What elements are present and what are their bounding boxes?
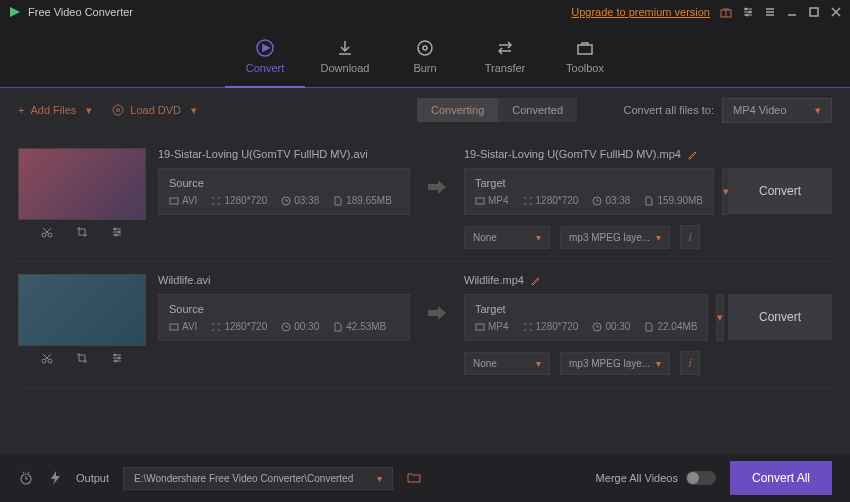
nav-label: Download [321, 62, 370, 74]
file-row: Wildlife.avi Source AVI 1280*720 00:30 4… [18, 262, 832, 388]
trim-icon[interactable] [41, 226, 53, 238]
effects-icon[interactable] [111, 226, 123, 238]
info-button[interactable]: i [680, 351, 700, 375]
svg-marker-17 [263, 45, 269, 51]
svg-point-51 [115, 360, 117, 362]
gift-icon[interactable] [720, 6, 732, 18]
source-filename: Wildlife.avi [158, 274, 410, 286]
chevron-down-icon: ▾ [377, 473, 382, 484]
nav-convert[interactable]: Convert [225, 24, 305, 87]
file-list: 19-Sistar-Loving U(GomTV FullHD MV).avi … [0, 132, 850, 392]
svg-marker-0 [10, 7, 20, 17]
source-filename: 19-Sistar-Loving U(GomTV FullHD MV).avi [158, 148, 410, 160]
settings-icon[interactable] [742, 6, 754, 18]
plus-icon: + [18, 104, 24, 116]
svg-point-35 [118, 231, 120, 233]
target-filename: Wildlife.mp4 [464, 274, 524, 286]
disc-icon [112, 104, 124, 116]
nav-label: Convert [246, 62, 285, 74]
svg-point-36 [115, 234, 117, 236]
output-label: Output [76, 472, 109, 484]
maximize-button[interactable] [808, 6, 820, 18]
svg-point-21 [423, 46, 427, 50]
svg-point-6 [745, 8, 747, 10]
toolbar: + Add Files ▾ Load DVD ▾ Converting Conv… [0, 88, 850, 132]
toolbox-icon [575, 38, 595, 58]
chevron-down-icon: ▾ [815, 104, 821, 117]
svg-marker-39 [428, 180, 446, 194]
tab-converting[interactable]: Converting [417, 98, 498, 122]
gpu-icon[interactable] [48, 470, 62, 486]
info-button[interactable]: i [680, 225, 700, 249]
app-logo-icon [8, 5, 22, 19]
svg-rect-13 [810, 8, 818, 16]
trim-icon[interactable] [41, 352, 53, 364]
arrow-icon [422, 274, 452, 320]
close-button[interactable] [830, 6, 842, 18]
audio-track-select[interactable]: mp3 MPEG laye...▾ [560, 352, 670, 375]
convert-button[interactable]: Convert [728, 294, 832, 340]
nav-burn[interactable]: Burn [385, 24, 465, 87]
target-info-card: Target MP4 1280*720 03:38 159.90MB [464, 168, 714, 215]
video-thumbnail[interactable] [18, 274, 146, 346]
output-path-select[interactable]: E:\Wondershare Free Video Converter\Conv… [123, 467, 393, 490]
crop-icon[interactable] [76, 226, 88, 238]
load-dvd-button[interactable]: Load DVD ▾ [112, 104, 197, 117]
add-files-button[interactable]: + Add Files ▾ [18, 104, 92, 117]
svg-point-34 [114, 228, 116, 230]
source-info-card: Source AVI 1280*720 00:30 42.53MB [158, 294, 410, 341]
arrow-icon [422, 148, 452, 194]
schedule-icon[interactable] [18, 470, 34, 486]
nav-label: Burn [413, 62, 436, 74]
svg-point-20 [418, 41, 432, 55]
svg-marker-58 [51, 471, 60, 485]
subtitle-select[interactable]: None▾ [464, 226, 550, 249]
menu-icon[interactable] [764, 6, 776, 18]
titlebar: Free Video Converter Upgrade to premium … [0, 0, 850, 24]
merge-toggle[interactable] [686, 471, 716, 485]
convert-button[interactable]: Convert [728, 168, 832, 214]
nav-toolbox[interactable]: Toolbox [545, 24, 625, 87]
nav-label: Toolbox [566, 62, 604, 74]
svg-marker-54 [428, 306, 446, 320]
open-folder-icon[interactable] [407, 472, 421, 484]
output-format-select[interactable]: MP4 Video ▾ [722, 98, 832, 123]
video-thumbnail[interactable] [18, 148, 146, 220]
svg-point-7 [749, 11, 751, 13]
nav-transfer[interactable]: Transfer [465, 24, 545, 87]
upgrade-link[interactable]: Upgrade to premium version [571, 6, 710, 18]
svg-rect-37 [170, 198, 178, 204]
svg-rect-24 [578, 45, 592, 54]
target-info-card: Target MP4 1280*720 00:30 22.04MB [464, 294, 708, 341]
svg-rect-52 [170, 324, 178, 330]
convert-all-button[interactable]: Convert All [730, 461, 832, 495]
svg-point-49 [114, 354, 116, 356]
merge-label: Merge All Videos [596, 472, 678, 484]
chevron-down-icon: ▾ [86, 104, 92, 117]
footer: Output E:\Wondershare Free Video Convert… [0, 454, 850, 502]
svg-rect-40 [476, 198, 484, 204]
target-filename: 19-Sistar-Loving U(GomTV FullHD MV).mp4 [464, 148, 681, 160]
svg-point-8 [746, 14, 748, 16]
audio-track-select[interactable]: mp3 MPEG laye...▾ [560, 226, 670, 249]
tab-converted[interactable]: Converted [498, 98, 577, 122]
svg-point-50 [118, 357, 120, 359]
nav-label: Transfer [485, 62, 526, 74]
convert-icon [255, 38, 275, 58]
svg-point-25 [113, 105, 123, 115]
effects-icon[interactable] [111, 352, 123, 364]
nav-download[interactable]: Download [305, 24, 385, 87]
status-tabs: Converting Converted [417, 98, 577, 122]
crop-icon[interactable] [76, 352, 88, 364]
target-format-select[interactable]: ▾ [716, 294, 724, 341]
subtitle-select[interactable]: None▾ [464, 352, 550, 375]
edit-filename-icon[interactable] [530, 275, 541, 286]
convert-all-label: Convert all files to: [624, 104, 714, 116]
burn-icon [415, 38, 435, 58]
download-icon [335, 38, 355, 58]
chevron-down-icon: ▾ [191, 104, 197, 117]
edit-filename-icon[interactable] [687, 149, 698, 160]
app-title: Free Video Converter [28, 6, 571, 18]
main-nav: Convert Download Burn Transfer Toolbox [0, 24, 850, 88]
minimize-button[interactable] [786, 6, 798, 18]
